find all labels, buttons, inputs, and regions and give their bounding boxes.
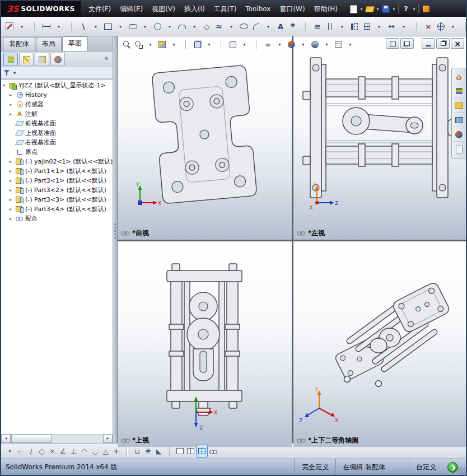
caret-icon[interactable] — [336, 18, 348, 34]
circle-icon[interactable] — [151, 18, 164, 34]
slot-icon[interactable] — [127, 18, 139, 34]
text-icon[interactable] — [274, 18, 287, 34]
caret-icon[interactable] — [412, 3, 417, 15]
expand-arrow-icon[interactable]: ▸ — [10, 169, 14, 174]
snap-arc-icon[interactable] — [79, 445, 90, 457]
tree-item-part3-2[interactable]: ▸ (-) Part3<2> (默认<<默认) — [1, 185, 113, 195]
tree-item-part1-1[interactable]: ▸ (-) Part1<1> (默认<<默认) — [1, 166, 113, 176]
fillet-icon[interactable] — [250, 18, 262, 34]
view-settings-icon[interactable] — [333, 39, 344, 50]
appearances-icon[interactable] — [286, 39, 297, 50]
view-orientation-icon[interactable] — [192, 39, 203, 50]
snap-grid-icon[interactable] — [143, 445, 153, 457]
pointer-dot-icon[interactable] — [4, 445, 15, 457]
tab-layout[interactable]: 布局 — [36, 37, 62, 51]
snap-line-icon[interactable] — [26, 445, 36, 457]
scroll-thumb[interactable] — [11, 435, 52, 443]
displaymanager-icon[interactable] — [50, 53, 65, 66]
menu-edit[interactable]: 编辑(E) — [115, 1, 147, 17]
design-library-icon[interactable] — [453, 85, 465, 98]
caret-icon[interactable] — [114, 18, 127, 34]
line-icon[interactable] — [77, 18, 90, 34]
tree-item-front-plane[interactable]: 前视基准面 — [1, 119, 113, 128]
expand-arrow-icon[interactable]: ▸ — [10, 92, 14, 97]
caret-icon[interactable] — [274, 39, 286, 50]
snap-tangent-icon[interactable] — [90, 445, 100, 457]
menu-toolbox[interactable]: Toolbox — [241, 1, 275, 17]
snap-intersection-icon[interactable] — [47, 445, 58, 457]
snap-hv-icon[interactable] — [111, 445, 122, 457]
smart-dimension-icon[interactable] — [40, 18, 53, 34]
caret-icon[interactable] — [53, 18, 65, 34]
tree-item-sensors[interactable]: ▸ 传感器 — [1, 100, 113, 109]
expand-arrow-icon[interactable]: ▸ — [10, 102, 14, 107]
minimize-icon[interactable] — [422, 38, 435, 49]
caret-icon[interactable] — [375, 3, 380, 15]
four-view-icon[interactable] — [196, 445, 208, 458]
polygon-icon[interactable] — [200, 18, 213, 34]
propertymanager-icon[interactable] — [19, 53, 34, 66]
menu-insert[interactable]: 插入(I) — [180, 1, 209, 17]
new-document-icon[interactable] — [348, 3, 359, 15]
caret-icon[interactable] — [203, 39, 215, 50]
caret-icon[interactable] — [262, 18, 274, 34]
filter-caret-icon[interactable] — [12, 69, 17, 76]
caret-icon[interactable] — [239, 39, 250, 50]
expand-arrow-icon[interactable]: ▸ — [10, 207, 14, 212]
close-icon[interactable] — [451, 38, 464, 49]
expand-arrow-icon[interactable]: ▸ — [10, 178, 14, 183]
tree-scrollbar[interactable] — [1, 434, 113, 443]
link-views-icon[interactable] — [208, 445, 218, 457]
snap-angle2-icon[interactable] — [153, 445, 164, 457]
snap-midpoint-icon[interactable] — [100, 445, 111, 457]
restore-icon[interactable] — [436, 38, 450, 49]
save-icon[interactable] — [380, 3, 391, 15]
home-icon[interactable] — [453, 70, 465, 83]
snap-icon[interactable] — [435, 18, 447, 34]
menu-file[interactable]: 文件(F) — [84, 1, 115, 17]
trim-icon[interactable] — [422, 18, 435, 34]
caret-icon[interactable] — [225, 18, 237, 34]
ellipse-icon[interactable] — [237, 18, 250, 34]
caret-icon[interactable] — [164, 18, 176, 34]
view-palette-icon[interactable] — [453, 114, 465, 127]
display-style-icon[interactable] — [227, 39, 239, 50]
tree-item-annotations[interactable]: ▸ 注解 — [1, 109, 113, 119]
snap-perpendicular-icon[interactable] — [68, 445, 79, 457]
new-window-icon[interactable] — [400, 38, 414, 49]
quick-tips-icon[interactable] — [447, 462, 458, 473]
expand-arrow-icon[interactable]: ▸ — [10, 188, 14, 193]
single-view-icon[interactable] — [175, 445, 185, 457]
tree-root-assembly[interactable]: ▾ YJZZ (默认<默认_显示状态-1> — [1, 81, 113, 90]
tree-item-history[interactable]: ▸ History — [1, 90, 113, 100]
tree-item-right-plane[interactable]: 右视基准面 — [1, 138, 113, 147]
move-icon[interactable] — [385, 18, 398, 34]
hide-show-icon[interactable] — [262, 39, 274, 50]
caret-icon[interactable] — [447, 18, 459, 34]
viewport-left[interactable]: Y Z X *左视 — [293, 36, 467, 240]
viewport-top[interactable]: X Z *上视 — [118, 241, 292, 447]
snap-angle-icon[interactable] — [58, 445, 68, 457]
caret-icon[interactable] — [344, 39, 356, 50]
configurationmanager-icon[interactable] — [35, 53, 49, 66]
tree-item-part3-4[interactable]: ▸ (-) Part3<4> (默认<<默认) — [1, 204, 113, 214]
snap-corner-icon[interactable] — [15, 445, 26, 457]
zoom-fit-icon[interactable] — [121, 39, 133, 50]
viewport-front[interactable]: Y X *前视 — [118, 36, 292, 240]
sketch-icon[interactable] — [3, 18, 16, 34]
mirror-icon[interactable] — [348, 18, 361, 34]
snap-length-icon[interactable] — [132, 445, 143, 457]
tree-item-mates[interactable]: ▸ 配合 — [1, 214, 113, 223]
caret-icon[interactable] — [373, 18, 385, 34]
arc-icon[interactable] — [176, 18, 188, 34]
expand-arrow-icon[interactable]: ▸ — [10, 216, 14, 221]
tree-item-part3-1[interactable]: ▸ (-) Part3<1> (默认<<默认) — [1, 176, 113, 185]
tab-sketch[interactable]: 草图 — [62, 36, 88, 51]
featuremanager-icon[interactable] — [3, 53, 18, 66]
caret-icon[interactable] — [321, 39, 333, 50]
custom-properties-icon[interactable] — [453, 143, 465, 156]
file-explorer-icon[interactable] — [453, 99, 465, 113]
offset-icon[interactable] — [324, 18, 336, 34]
tree-item-top-plane[interactable]: 上视基准面 — [1, 128, 113, 138]
snap-circle-icon[interactable] — [36, 445, 47, 457]
